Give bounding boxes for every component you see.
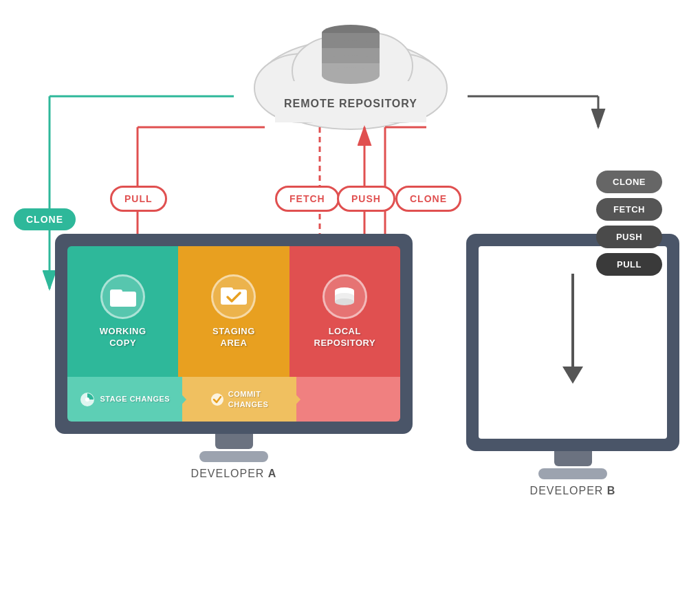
svg-rect-9 bbox=[275, 81, 426, 122]
svg-marker-46 bbox=[562, 367, 583, 384]
clone-right-label: CLONE bbox=[395, 186, 461, 212]
pull-b-pill: PULL bbox=[596, 253, 662, 276]
fetch-label: FETCH bbox=[275, 186, 340, 212]
staging-folder-icon bbox=[221, 284, 247, 309]
commit-changes-section: COMMITCHANGES bbox=[182, 377, 297, 422]
svg-point-44 bbox=[211, 393, 223, 406]
push-b-pill: PUSH bbox=[596, 226, 662, 248]
clone-left-pill: CLONE bbox=[14, 208, 76, 230]
svg-point-43 bbox=[85, 397, 89, 402]
clone-left-label: CLONE bbox=[14, 208, 76, 230]
svg-point-14 bbox=[322, 55, 380, 72]
svg-rect-15 bbox=[322, 63, 380, 76]
svg-point-6 bbox=[351, 54, 447, 122]
fetch-b-pill: FETCH bbox=[596, 198, 662, 221]
stage-changes-section: STAGE CHANGES bbox=[67, 377, 182, 422]
local-repo-section: LOCALREPOSITORY bbox=[289, 246, 400, 377]
push-pill: PUSH bbox=[337, 186, 395, 212]
working-copy-section: WORKINGCOPY bbox=[67, 246, 178, 377]
dev-b-down-arrow bbox=[559, 267, 587, 391]
svg-point-5 bbox=[254, 54, 351, 122]
pull-label: PULL bbox=[110, 186, 167, 212]
stage-changes-icon bbox=[80, 392, 95, 407]
fetch-pill: FETCH bbox=[275, 186, 340, 212]
svg-rect-13 bbox=[322, 48, 380, 63]
diagram-container: REMOTE REPOSITORY CL bbox=[0, 0, 700, 590]
svg-rect-34 bbox=[110, 289, 122, 296]
svg-point-16 bbox=[322, 67, 380, 84]
clone-right-pill: CLONE bbox=[395, 186, 461, 212]
svg-point-7 bbox=[292, 36, 382, 105]
monitor-b-stand bbox=[466, 451, 679, 479]
svg-text:REMOTE REPOSITORY: REMOTE REPOSITORY bbox=[284, 98, 417, 109]
dev-b-pills-group: CLONE FETCH PUSH PULL bbox=[596, 171, 662, 276]
svg-point-8 bbox=[330, 33, 413, 99]
commit-changes-label: COMMITCHANGES bbox=[228, 389, 269, 409]
monitor-a-stand bbox=[55, 434, 413, 462]
staging-area-label: STAGINGAREA bbox=[212, 326, 255, 349]
developer-b-label: DEVELOPER B bbox=[466, 485, 679, 497]
push-label: PUSH bbox=[337, 186, 395, 212]
local-repo-bottom bbox=[296, 377, 400, 422]
commit-icon bbox=[210, 393, 224, 406]
svg-point-12 bbox=[322, 40, 380, 56]
folder-icon bbox=[110, 286, 136, 307]
svg-point-4 bbox=[258, 40, 444, 129]
pull-pill: PULL bbox=[110, 186, 167, 212]
clone-b-pill: CLONE bbox=[596, 171, 662, 193]
staging-area-section: STAGINGAREA bbox=[178, 246, 289, 377]
working-copy-label: WORKINGCOPY bbox=[100, 326, 146, 349]
svg-rect-11 bbox=[322, 33, 380, 48]
svg-rect-36 bbox=[221, 287, 233, 294]
developer-a-label: DEVELOPER A bbox=[55, 468, 413, 480]
local-db-icon bbox=[332, 284, 357, 309]
developer-a-monitor: WORKINGCOPY STAGINGAREA bbox=[55, 234, 413, 480]
svg-point-41 bbox=[335, 298, 354, 305]
svg-point-10 bbox=[322, 25, 380, 41]
local-repo-label: LOCALREPOSITORY bbox=[314, 326, 376, 349]
stage-changes-label: STAGE CHANGES bbox=[100, 394, 171, 404]
